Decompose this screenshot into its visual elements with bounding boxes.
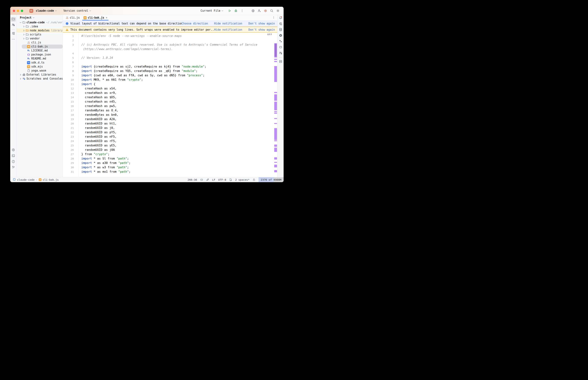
chevron-right-icon[interactable] [19,73,22,76]
tree-item-node-modules[interactable]: node_moduleslibrary [17,28,63,33]
code-text: createHash as n45, [79,99,117,104]
chevron-right-icon[interactable] [22,25,25,28]
debug-button[interactable] [233,8,239,13]
project-folder-button[interactable] [11,17,16,22]
chevron-down-icon [55,9,57,12]
unlock-icon[interactable] [253,177,256,182]
tree-item-cli-bak-js[interactable]: JScli-bak.js [22,44,63,49]
code-line: 22 randomUUID as pY5, [63,130,277,134]
line-number: 8 [63,69,79,73]
code-editor[interactable]: 1#!/usr/bin/env -S node --no-warnings --… [63,33,277,177]
chevron-right-icon[interactable] [22,29,25,32]
code-with-me-button[interactable] [257,8,262,13]
tree-item-external-libraries[interactable]: External Libraries [17,73,63,77]
tree-item-yoga-wasm[interactable]: yoga.wasm [17,69,63,73]
memory-indicator[interactable]: 2376 of 4900M [259,177,284,182]
banner-link-don-t-show-again[interactable]: Don't show again [248,22,275,25]
shapes-button[interactable] [278,39,283,44]
code-line: 2 [63,38,277,42]
mentions-button[interactable] [250,8,256,13]
caret-position[interactable]: 266:36 [187,177,197,182]
tab-options-button[interactable] [272,16,277,20]
json-braces-icon: {} [27,53,30,57]
maximize-window-button[interactable] [21,10,23,12]
stripe-mark [274,165,277,167]
highlight-off-icon[interactable] [206,177,209,182]
tree-item-claude-code[interactable]: claude-code~/.nvm/vers [17,20,63,24]
code-text: (https://www.anthropic.com/legal/commerc… [79,47,173,51]
line-number: 22 [63,130,79,134]
scrollbar-error-stripe[interactable] [274,33,277,177]
version-control-menu[interactable]: Version control [62,8,93,13]
tree-item-scripts[interactable]: scripts [17,33,63,37]
tree-item-readme-md[interactable]: M↓README.md [17,57,63,61]
tree-item-label: cli.js [31,41,41,44]
services-button[interactable] [11,148,16,152]
minimize-window-button[interactable] [17,10,19,12]
line-separator[interactable]: LF [212,177,215,182]
file-settings-icon[interactable] [229,177,232,182]
tree-item-cli-js[interactable]: 100JScli.js [17,40,63,44]
chevron-down-icon[interactable] [19,21,22,24]
breadcrumb-project[interactable]: claude-code [17,178,35,181]
line-number: 1 [63,34,79,38]
people-chat-button[interactable] [278,51,283,56]
close-tab-icon[interactable]: × [106,16,107,19]
project-menu[interactable]: claude-code [34,8,59,13]
git-branch-button[interactable] [11,165,16,170]
tree-item--idea[interactable]: .idea [17,24,63,28]
titlebar: CC claude-code Version control Current F… [10,7,284,15]
run-configuration-selector[interactable]: Current File [199,8,225,13]
claude-assistant-button[interactable] [263,8,268,13]
line-number: 30 [63,165,79,170]
tree-item-scratches-and-consoles[interactable]: Scratches and Consoles [17,77,63,81]
people-help-button[interactable]: ? [11,23,16,28]
tree-item-sdk-mjs[interactable]: JSsdk.mjs [17,65,63,69]
main-area: ? Project claude-code~/.nvm/vers.ideanod… [10,15,284,177]
chevron-down-icon [32,17,35,19]
banner-link-hide-notification[interactable]: Hide notification [214,28,242,31]
chevron-right-icon[interactable] [22,33,25,36]
settings-button[interactable] [275,8,281,13]
highlighting-level-widget[interactable]: OFF [267,33,272,36]
chevron-right-icon[interactable] [19,77,22,80]
banner-link-choose-direction[interactable]: Choose direction [182,22,208,25]
stripe-mark [274,157,277,159]
more-button[interactable] [11,37,16,42]
tab-cli-js[interactable]: 100JScli.js [63,15,81,20]
chevron-right-icon[interactable] [22,37,25,40]
copilot-icon[interactable] [200,177,203,182]
tree-item-license-md[interactable]: M↓LICENSE.md [17,49,63,53]
more-icon [12,38,15,42]
code-line: 1#!/usr/bin/env -S node --no-warnings --… [63,34,277,38]
banner-link-hide-notification[interactable]: Hide notification [214,22,242,25]
problems-button[interactable] [11,159,16,164]
tab-cli-bak-js[interactable]: JScli-bak.js× [81,15,109,20]
shapes-icon [279,39,283,44]
run-button[interactable] [227,8,232,13]
more-actions-button[interactable] [239,8,245,13]
encoding[interactable]: UTF-8 [218,177,226,182]
code-line: 9import {cwd as e0A, cwd as FfA, cwd as … [63,73,277,77]
indent[interactable]: 2 spaces* [235,177,250,182]
search-everywhere-button[interactable] [269,8,274,13]
x-circle-button[interactable] [278,33,283,38]
structure-button[interactable] [11,31,16,36]
close-window-button[interactable] [13,10,15,12]
tree-item-sdk-d-ts[interactable]: TSsdk.d.ts [17,61,63,65]
bell-button[interactable] [278,16,283,21]
banner-link-don-t-show-again[interactable]: Don't show again [248,28,275,31]
scrollbar-thumb[interactable] [275,44,277,57]
tree-item-package-json[interactable]: {}package.json [17,53,63,57]
project-panel-header[interactable]: Project [17,15,63,20]
terminal-button[interactable] [11,154,16,158]
tree-item-label: README.md [31,57,46,60]
ai-chat-button[interactable] [278,22,283,26]
m-square-button[interactable] [278,59,283,64]
line-number: 9 [63,73,79,77]
database-button[interactable] [278,28,283,32]
tree-item-vendor[interactable]: vendor [17,37,63,40]
breadcrumb-file[interactable]: cli-bak.js [43,178,59,181]
robot-button[interactable] [278,45,283,50]
tree-item-suffix: library [51,29,62,32]
